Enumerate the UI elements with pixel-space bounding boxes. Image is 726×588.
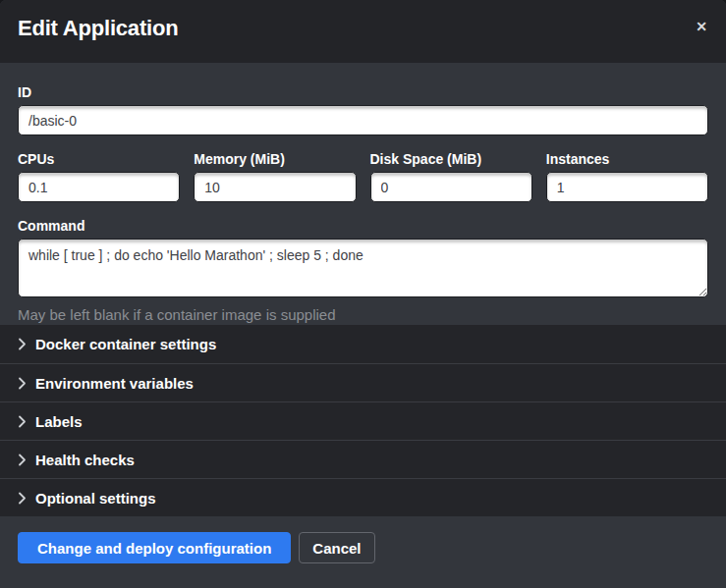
chevron-right-icon	[18, 492, 27, 505]
memory-field-group: Memory (MiB)	[194, 151, 356, 202]
command-field-group: Command while [ true ] ; do echo 'Hello …	[18, 218, 708, 323]
cpus-field-group: CPUs	[18, 151, 180, 202]
id-field-group: ID	[18, 84, 708, 135]
accordion-sections: Docker container settings Environment va…	[0, 325, 726, 516]
section-label: Docker container settings	[35, 336, 216, 352]
disk-input[interactable]	[370, 172, 532, 202]
chevron-right-icon	[18, 377, 27, 390]
disk-label: Disk Space (MiB)	[370, 151, 532, 167]
section-health-checks[interactable]: Health checks	[0, 440, 726, 478]
section-docker-container-settings[interactable]: Docker container settings	[0, 325, 726, 363]
command-label: Command	[18, 218, 708, 234]
modal-header: Edit Application ✕	[0, 0, 726, 63]
modal-title: Edit Application	[18, 16, 708, 41]
change-and-deploy-button[interactable]: Change and deploy configuration	[18, 532, 291, 563]
instances-field-group: Instances	[546, 151, 708, 202]
section-label: Labels	[35, 413, 83, 430]
memory-input[interactable]	[194, 172, 356, 202]
chevron-right-icon	[18, 415, 27, 428]
section-environment-variables[interactable]: Environment variables	[0, 363, 726, 401]
cancel-button[interactable]: Cancel	[299, 532, 374, 563]
cpus-label: CPUs	[18, 151, 180, 167]
command-help-text: May be left blank if a container image i…	[18, 306, 708, 323]
section-labels[interactable]: Labels	[0, 401, 726, 440]
section-label: Health checks	[35, 452, 135, 468]
modal-footer: Change and deploy configuration Cancel	[0, 516, 726, 588]
command-textarea[interactable]: while [ true ] ; do echo 'Hello Marathon…	[18, 239, 708, 297]
section-label: Optional settings	[35, 490, 156, 507]
edit-application-modal: Edit Application ✕ ID CPUs Memory (MiB) …	[0, 0, 726, 588]
memory-label: Memory (MiB)	[194, 151, 356, 167]
chevron-right-icon	[18, 454, 27, 466]
close-icon[interactable]: ✕	[691, 16, 712, 37]
id-input[interactable]	[18, 105, 708, 135]
id-label: ID	[18, 84, 708, 100]
instances-label: Instances	[546, 151, 708, 167]
resources-row: CPUs Memory (MiB) Disk Space (MiB) Insta…	[18, 151, 708, 202]
instances-input[interactable]	[546, 172, 708, 202]
section-label: Environment variables	[35, 375, 194, 392]
disk-field-group: Disk Space (MiB)	[370, 151, 532, 202]
form-body: ID CPUs Memory (MiB) Disk Space (MiB) In…	[0, 63, 726, 325]
cpus-input[interactable]	[18, 172, 180, 202]
section-optional-settings[interactable]: Optional settings	[0, 478, 726, 516]
chevron-right-icon	[18, 338, 27, 350]
